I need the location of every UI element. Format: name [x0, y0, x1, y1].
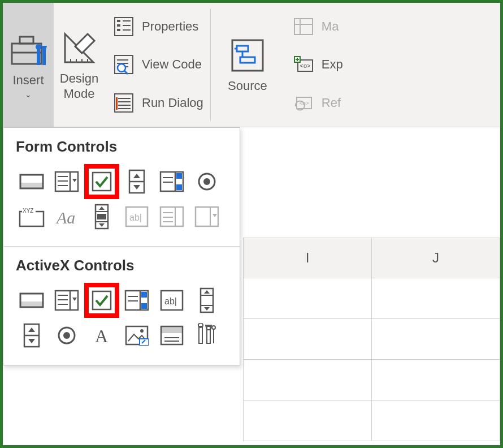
- cell[interactable]: [372, 319, 500, 360]
- svg-rect-29: [116, 97, 118, 110]
- svg-rect-30: [232, 40, 263, 71]
- svg-rect-108: [161, 326, 183, 333]
- expansion-label: Exp: [322, 57, 343, 72]
- cell[interactable]: [243, 319, 372, 360]
- svg-rect-35: [294, 19, 313, 35]
- activex-checkbox-icon[interactable]: [88, 286, 116, 315]
- svg-text:<o>: <o>: [300, 62, 310, 69]
- activex-controls-section: ActiveX Controls ab|: [3, 246, 240, 365]
- ruler-triangle-icon: [59, 28, 99, 68]
- map-label: Ma: [322, 19, 339, 34]
- svg-text:ab|: ab|: [164, 296, 177, 306]
- column-headers: I J: [243, 238, 500, 278]
- svg-rect-52: [93, 173, 111, 191]
- xml-stack: Ma <o> Exp <o> Ref: [284, 3, 350, 127]
- cell[interactable]: [243, 360, 372, 400]
- svg-point-115: [212, 326, 215, 329]
- svg-rect-14: [117, 29, 120, 31]
- cell[interactable]: [372, 360, 500, 400]
- activex-combobox-icon[interactable]: [53, 286, 81, 315]
- svg-point-105: [140, 329, 144, 333]
- view-code-button[interactable]: View Code: [108, 47, 207, 82]
- svg-rect-31: [237, 46, 248, 51]
- run-dialog-button[interactable]: Run Dialog: [108, 85, 207, 120]
- column-header[interactable]: J: [372, 238, 500, 278]
- form-combo-list-icon: [158, 203, 186, 231]
- toolbox-tools-icon: [8, 30, 48, 70]
- form-controls-title: Form Controls: [16, 138, 227, 156]
- expansion-button[interactable]: <o> Exp: [288, 47, 346, 82]
- insert-label: Insert: [12, 73, 44, 88]
- svg-rect-12: [117, 20, 120, 22]
- svg-text:A: A: [95, 326, 108, 346]
- form-button-icon[interactable]: [18, 167, 46, 196]
- activex-listbox-icon[interactable]: [123, 286, 151, 315]
- cell[interactable]: [243, 400, 372, 441]
- svg-rect-70: [97, 214, 106, 219]
- svg-text:XYZ: XYZ: [23, 208, 33, 214]
- svg-rect-33: [240, 57, 255, 63]
- form-listbox-icon[interactable]: [158, 167, 186, 196]
- svg-rect-1: [20, 37, 33, 44]
- refresh-label: Ref: [322, 96, 341, 110]
- map-icon: [291, 14, 316, 39]
- svg-rect-106: [140, 339, 149, 346]
- refresh-button: <o> Ref: [288, 85, 346, 120]
- design-mode-button[interactable]: Design Mode: [54, 3, 105, 127]
- activex-optionbutton-icon[interactable]: [53, 321, 81, 350]
- svg-rect-3: [37, 48, 40, 65]
- form-combo-dropdown-icon: [193, 203, 221, 231]
- form-label-icon[interactable]: Aa: [53, 203, 81, 231]
- form-combobox-icon[interactable]: [53, 167, 81, 196]
- activex-controls-title: ActiveX Controls: [16, 257, 227, 274]
- column-header[interactable]: I: [243, 238, 372, 278]
- design-mode-label: Design Mode: [60, 71, 98, 101]
- activex-scrollbar-icon[interactable]: [193, 286, 221, 315]
- cell[interactable]: [243, 278, 372, 319]
- activex-image-icon[interactable]: [123, 321, 151, 350]
- svg-rect-113: [207, 326, 210, 343]
- view-code-magnifier-icon: [111, 52, 136, 77]
- activex-textbox-icon[interactable]: ab|: [158, 286, 186, 315]
- source-button[interactable]: Source: [211, 3, 284, 127]
- worksheet[interactable]: I J: [243, 238, 500, 445]
- form-controls-section: Form Controls XYZ: [3, 128, 240, 246]
- form-checkbox-icon[interactable]: [88, 167, 116, 196]
- map-button: Ma: [288, 9, 346, 44]
- cell[interactable]: [372, 278, 500, 319]
- cell[interactable]: [372, 400, 500, 441]
- svg-rect-87: [93, 291, 111, 309]
- form-textfield-icon: ab|: [123, 203, 151, 231]
- svg-point-4: [36, 44, 41, 50]
- svg-point-22: [118, 64, 125, 72]
- form-spinbutton-icon[interactable]: [123, 167, 151, 196]
- insert-button[interactable]: Insert ⌄: [3, 3, 54, 127]
- svg-rect-81: [21, 301, 42, 307]
- svg-text:Aa: Aa: [55, 208, 75, 227]
- code-stack: Properties View Code: [105, 3, 210, 127]
- activex-commandbutton-icon[interactable]: [18, 286, 46, 315]
- form-optionbutton-icon[interactable]: [193, 167, 221, 196]
- svg-rect-93: [141, 303, 147, 309]
- activex-togglebutton-icon[interactable]: [158, 321, 186, 350]
- properties-button[interactable]: Properties: [108, 9, 207, 44]
- activex-label-icon[interactable]: A: [88, 321, 116, 350]
- svg-point-62: [203, 178, 210, 185]
- properties-label: Properties: [142, 19, 198, 34]
- svg-text:ab|: ab|: [129, 213, 142, 222]
- activex-spinbutton-icon[interactable]: [18, 321, 46, 350]
- form-scrollbar-icon[interactable]: [88, 203, 116, 231]
- expansion-icon: <o>: [291, 52, 316, 77]
- xml-source-icon: [228, 36, 267, 75]
- view-code-label: View Code: [142, 57, 202, 72]
- activex-morecontrols-icon[interactable]: [193, 321, 221, 350]
- svg-rect-60: [176, 184, 182, 190]
- properties-list-icon: [111, 14, 136, 39]
- source-label: Source: [228, 79, 267, 93]
- form-groupbox-icon[interactable]: XYZ: [18, 203, 46, 231]
- run-dialog-icon: [111, 91, 136, 115]
- svg-rect-13: [117, 24, 120, 27]
- svg-rect-46: [21, 183, 42, 188]
- svg-rect-59: [176, 173, 182, 179]
- run-dialog-label: Run Dialog: [142, 96, 203, 110]
